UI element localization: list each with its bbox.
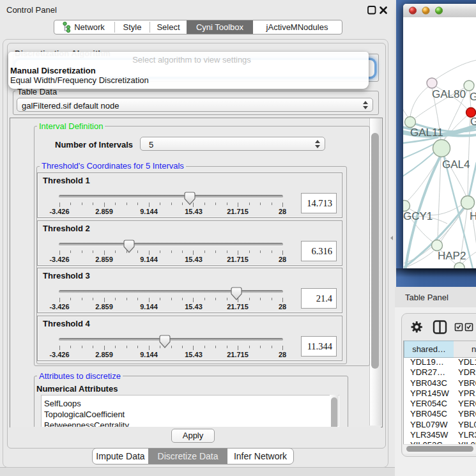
svg-text:GAL4: GAL4 bbox=[442, 158, 470, 171]
svg-text:GAL11: GAL11 bbox=[410, 127, 443, 139]
svg-text:GCY1: GCY1 bbox=[403, 210, 433, 222]
svg-text:HI: HI bbox=[470, 210, 476, 222]
svg-text:GA: GA bbox=[470, 91, 476, 103]
svg-text:G: G bbox=[470, 116, 476, 128]
svg-text:HAP2: HAP2 bbox=[438, 250, 466, 262]
svg-text:GAL80: GAL80 bbox=[432, 88, 466, 100]
